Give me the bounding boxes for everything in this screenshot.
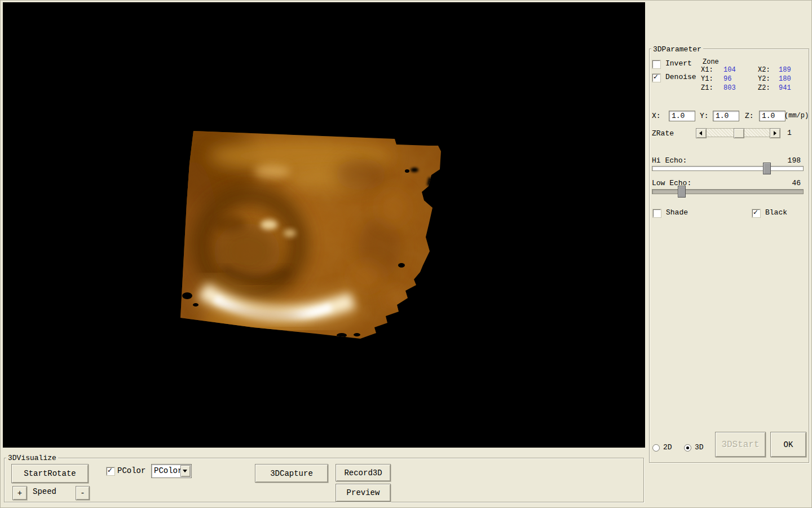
zone-y1-value: 96: [723, 75, 731, 83]
black-checkbox[interactable]: [752, 209, 760, 217]
voxel-unit-label: (mm/p): [784, 112, 809, 120]
shade-label: Shade: [666, 209, 688, 217]
voxel-y-field[interactable]: [713, 111, 739, 121]
zone-x2-label: X2:: [758, 66, 770, 74]
application-window: 3DParameter Invert Denoise Zone X1: 104 …: [0, 0, 812, 508]
zone-y2-label: Y2:: [758, 75, 770, 83]
arrow-right-icon[interactable]: [770, 128, 780, 138]
hi-echo-thumb[interactable]: [763, 163, 771, 174]
hi-echo-value: 198: [778, 157, 801, 165]
zone-x1-label: X1:: [701, 66, 713, 74]
pcolor-dropdown[interactable]: PColor: [151, 464, 192, 478]
parameter-group-title: 3DParameter: [651, 45, 703, 54]
speed-minus-button[interactable]: -: [76, 486, 90, 500]
chevron-down-icon[interactable]: [180, 465, 191, 477]
denoise-checkbox[interactable]: [652, 74, 660, 82]
voxel-x-label: X:: [652, 112, 661, 120]
zone-x1-value: 104: [723, 66, 736, 74]
ultrasound-volume-render: [3, 2, 645, 448]
start3d-button[interactable]: 3DStart: [715, 432, 766, 457]
hi-echo-label: Hi Echo:: [652, 157, 687, 165]
start-rotate-button[interactable]: StartRotate: [11, 464, 89, 483]
low-echo-slider[interactable]: [652, 189, 804, 194]
pcolor-dropdown-value: PColor: [154, 466, 182, 475]
zone-title: Zone: [703, 58, 719, 66]
voxel-z-label: Z:: [745, 112, 754, 120]
zone-y1-label: Y1:: [701, 75, 713, 83]
mode-2d-label: 2D: [663, 444, 672, 452]
low-echo-thumb[interactable]: [678, 186, 686, 198]
low-echo-value: 46: [778, 179, 801, 187]
capture-button[interactable]: 3DCapture: [255, 464, 328, 483]
denoise-label: Denoise: [665, 73, 696, 81]
invert-label: Invert: [665, 60, 692, 68]
zone-x2-value: 189: [779, 66, 791, 74]
invert-checkbox[interactable]: [652, 60, 660, 68]
ok-button[interactable]: OK: [770, 432, 806, 457]
zrate-thumb[interactable]: [734, 128, 744, 138]
zrate-track[interactable]: [707, 128, 770, 137]
visualize-group-title: 3DVisualize: [6, 454, 58, 462]
arrow-left-icon[interactable]: [696, 128, 707, 138]
zone-z1-value: 803: [723, 84, 736, 92]
mode-3d-label: 3D: [695, 444, 704, 452]
zone-z2-value: 941: [779, 84, 791, 92]
zrate-value: 1: [787, 129, 792, 137]
black-label: Black: [765, 209, 787, 217]
pcolor-label: PColor: [117, 467, 145, 475]
voxel-x-field[interactable]: [669, 111, 695, 121]
shade-checkbox[interactable]: [653, 209, 661, 217]
record-button[interactable]: Record3D: [336, 464, 391, 481]
zrate-label: ZRate: [652, 130, 674, 138]
pcolor-checkbox[interactable]: [107, 467, 114, 475]
zrate-scrollbar[interactable]: [696, 128, 780, 137]
zone-z2-label: Z2:: [758, 84, 770, 92]
mode-2d-radio[interactable]: [652, 444, 660, 452]
zone-z1-label: Z1:: [701, 84, 713, 92]
hi-echo-slider[interactable]: [652, 166, 804, 171]
render-viewport[interactable]: [3, 2, 645, 448]
speed-plus-button[interactable]: +: [12, 486, 27, 500]
mode-3d-radio[interactable]: [684, 444, 691, 452]
voxel-z-field[interactable]: [759, 111, 785, 121]
zone-y2-value: 180: [779, 75, 791, 83]
speed-label: Speed: [33, 488, 56, 496]
voxel-y-label: Y:: [700, 112, 709, 120]
preview-button[interactable]: Preview: [336, 484, 391, 502]
